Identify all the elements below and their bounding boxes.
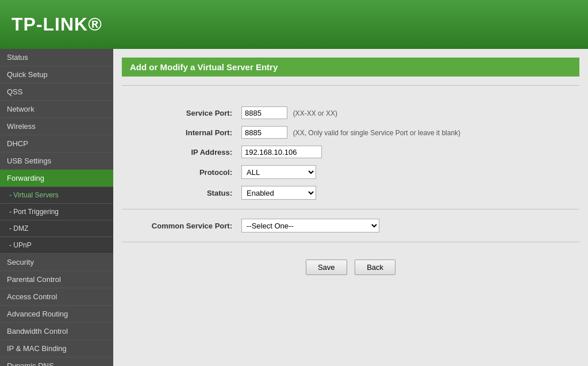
save-button[interactable]: Save — [306, 260, 347, 275]
sidebar-item-security[interactable]: Security — [0, 254, 113, 271]
service-port-cell: (XX-XX or XX) — [237, 103, 579, 123]
internal-port-label: Internal Port: — [122, 123, 237, 142]
common-service-table: Common Service Port: --Select One-- — [122, 215, 579, 236]
main-layout: StatusQuick SetupQSSNetworkWirelessDHCPU… — [0, 49, 588, 366]
service-port-label: Service Port: — [122, 103, 237, 123]
sidebar-item-ip-mac-binding[interactable]: IP & MAC Binding — [0, 340, 113, 357]
protocol-cell: ALL TCP UDP — [237, 162, 579, 182]
sidebar: StatusQuick SetupQSSNetworkWirelessDHCPU… — [0, 49, 113, 366]
common-service-row: Common Service Port: --Select One-- — [122, 215, 579, 236]
ip-address-input[interactable] — [241, 146, 322, 158]
internal-port-row: Internal Port: (XX, Only valid for singl… — [122, 123, 579, 142]
internal-port-input[interactable] — [241, 126, 287, 139]
sidebar-item-forwarding[interactable]: Forwarding — [0, 170, 113, 187]
status-row: Status: Enabled Disabled — [122, 182, 579, 203]
sidebar-item-advanced-routing[interactable]: Advanced Routing — [0, 306, 113, 323]
internal-port-cell: (XX, Only valid for single Service Port … — [237, 123, 579, 142]
page-title: Add or Modify a Virtual Server Entry — [130, 62, 278, 72]
back-button[interactable]: Back — [355, 260, 395, 275]
status-cell: Enabled Disabled — [237, 182, 579, 203]
bottom-divider — [122, 242, 579, 242]
sidebar-item-virtual-servers[interactable]: - Virtual Servers — [0, 187, 113, 204]
service-port-hint: (XX-XX or XX) — [293, 109, 337, 117]
sidebar-item-access-control[interactable]: Access Control — [0, 288, 113, 306]
common-service-label: Common Service Port: — [122, 215, 237, 236]
form-table: Service Port: (XX-XX or XX) Internal Por… — [122, 103, 579, 203]
protocol-row: Protocol: ALL TCP UDP — [122, 162, 579, 182]
page-title-bar: Add or Modify a Virtual Server Entry — [122, 58, 579, 77]
sidebar-item-dmz[interactable]: - DMZ — [0, 220, 113, 237]
sidebar-item-network[interactable]: Network — [0, 101, 113, 118]
top-divider — [122, 85, 579, 86]
ip-address-cell — [237, 142, 579, 162]
status-label: Status: — [122, 182, 237, 203]
service-port-input[interactable] — [241, 106, 287, 119]
button-row: Save Back — [122, 248, 579, 281]
ip-address-row: IP Address: — [122, 142, 579, 162]
form-container: Service Port: (XX-XX or XX) Internal Por… — [122, 92, 579, 287]
sidebar-item-quick-setup[interactable]: Quick Setup — [0, 66, 113, 83]
sidebar-item-dhcp[interactable]: DHCP — [0, 135, 113, 152]
protocol-label: Protocol: — [122, 162, 237, 182]
sidebar-item-status[interactable]: Status — [0, 49, 113, 66]
sidebar-item-wireless[interactable]: Wireless — [0, 118, 113, 135]
status-select[interactable]: Enabled Disabled — [241, 186, 316, 200]
protocol-select[interactable]: ALL TCP UDP — [241, 165, 316, 179]
common-service-select[interactable]: --Select One-- — [241, 219, 379, 232]
content-area: Add or Modify a Virtual Server Entry Ser… — [113, 49, 588, 366]
ip-address-label: IP Address: — [122, 142, 237, 162]
sidebar-item-dynamic-dns[interactable]: Dynamic DNS — [0, 357, 113, 366]
sidebar-item-port-triggering[interactable]: - Port Triggering — [0, 204, 113, 220]
service-port-row: Service Port: (XX-XX or XX) — [122, 103, 579, 123]
logo: TP-LINK® — [11, 14, 102, 35]
common-service-cell: --Select One-- — [237, 215, 579, 236]
mid-divider — [122, 209, 579, 209]
sidebar-item-qss[interactable]: QSS — [0, 83, 113, 101]
sidebar-item-bandwidth-control[interactable]: Bandwidth Control — [0, 323, 113, 340]
internal-port-hint: (XX, Only valid for single Service Port … — [293, 129, 460, 137]
sidebar-item-parental-control[interactable]: Parental Control — [0, 271, 113, 288]
sidebar-item-upnp[interactable]: - UPnP — [0, 237, 113, 254]
sidebar-item-usb-settings[interactable]: USB Settings — [0, 152, 113, 170]
header: TP-LINK® — [0, 0, 588, 49]
